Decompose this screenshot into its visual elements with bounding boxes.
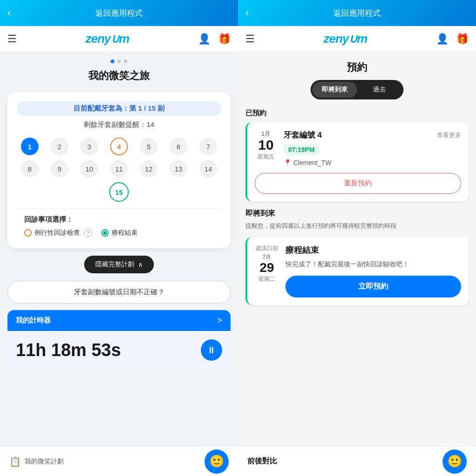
aligner-3[interactable]: 3 bbox=[80, 138, 98, 155]
my-plan-nav-item[interactable]: 📋 我的微笑計劃 bbox=[9, 456, 64, 467]
aligner-7[interactable]: 7 bbox=[199, 138, 217, 155]
dot-3 bbox=[124, 60, 127, 63]
hide-plan-label: 隱藏完整計劃 bbox=[95, 260, 134, 269]
gift-icon[interactable]: 🎁 bbox=[218, 33, 231, 45]
aligner-grid-row1: 1 2 3 4 5 6 7 bbox=[17, 138, 221, 155]
right-gift-icon[interactable]: 🎁 bbox=[456, 33, 469, 45]
radio-routine[interactable]: 例行性回診檢查 ? bbox=[24, 229, 92, 237]
appt-day: 10 bbox=[255, 138, 277, 152]
radio-routine-circle bbox=[24, 229, 32, 237]
upcoming-day: 29 bbox=[255, 261, 279, 274]
radio-end-inner bbox=[103, 231, 107, 235]
book-button[interactable]: 立即預約 bbox=[285, 276, 461, 298]
aligner-12[interactable]: 12 bbox=[140, 160, 158, 178]
radio-end-circle bbox=[101, 229, 109, 237]
right-top-bar-title: 返回應用程式 bbox=[333, 8, 381, 19]
smiley-fab-right[interactable]: 🙂 bbox=[443, 450, 467, 474]
right-hamburger-icon[interactable]: ☰ bbox=[245, 33, 255, 45]
toggle-upcoming[interactable]: 即將到來 bbox=[312, 82, 357, 98]
profile-icon[interactable]: 👤 bbox=[198, 33, 211, 45]
upcoming-card: 建議日期 7月 29 星期二 療程結束 快完成了！配戴完最後一副快回診驗收吧！ … bbox=[245, 237, 469, 305]
appt-location: 📍 Clement_TW bbox=[284, 159, 461, 166]
reschedule-button[interactable]: 重新預約 bbox=[255, 173, 461, 194]
compare-nav-item[interactable]: 前後對比 bbox=[247, 456, 277, 466]
visit-label: 回診事項選擇： bbox=[24, 215, 214, 224]
aligner-grid-row2: 8 9 10 11 12 13 14 bbox=[17, 160, 221, 178]
compare-text: 前後對比 bbox=[247, 456, 277, 466]
appt-name: 牙套編號 4 bbox=[284, 130, 322, 140]
carousel-dots bbox=[0, 52, 238, 67]
pause-button[interactable]: ⏸ bbox=[201, 339, 222, 361]
left-top-bar: ‹ 返回應用程式 bbox=[0, 0, 238, 26]
aligner-11[interactable]: 11 bbox=[110, 160, 128, 178]
timer-body: 11h 18m 53s ⏸ bbox=[7, 331, 231, 369]
appt-more-link[interactable]: 查看更多 bbox=[437, 131, 461, 139]
timer-time: 11h 18m 53s bbox=[16, 340, 121, 360]
right-nav-icons: 👤 🎁 bbox=[436, 33, 469, 45]
doc-icon: 📋 bbox=[9, 456, 21, 467]
right-nav-bar: ☰ zeny∪m 👤 🎁 bbox=[238, 26, 476, 52]
timer-header[interactable]: 我的計時器 > bbox=[7, 310, 231, 331]
incorrect-button[interactable]: 牙套副數編號或日期不正確？ bbox=[7, 281, 231, 304]
left-scroll: 我的微笑之旅 目前配戴牙套為：第 1 / 15 副 剩餘牙套副數提醒：14 1 … bbox=[0, 52, 238, 446]
journey-title: 我的微笑之旅 bbox=[0, 67, 238, 92]
location-icon: 📍 bbox=[284, 159, 291, 166]
left-panel: ‹ 返回應用程式 ☰ zeny∪m 👤 🎁 我的微笑之旅 目前配戴牙套為：第 1… bbox=[0, 0, 238, 476]
appt-card-header: 1月 10 星期五 牙套編號 4 查看更多 07:19PM 📍 Clement_… bbox=[255, 130, 461, 166]
left-nav-icons: 👤 🎁 bbox=[198, 33, 231, 45]
help-icon[interactable]: ? bbox=[84, 229, 92, 237]
timer-header-text: 我的計時器 bbox=[16, 316, 51, 325]
my-plan-label: 我的微笑計劃 bbox=[25, 457, 64, 466]
appt-time-badge: 07:19PM bbox=[284, 144, 319, 155]
aligner-15[interactable]: 15 bbox=[109, 182, 129, 202]
smiley-fab-left[interactable]: 🙂 bbox=[205, 450, 229, 474]
divider-1 bbox=[17, 208, 221, 209]
aligner-4[interactable]: 4 bbox=[110, 138, 128, 155]
remaining-text: 剩餘牙套副數提醒：14 bbox=[17, 120, 221, 129]
appt-info-header: 牙套編號 4 查看更多 bbox=[284, 130, 461, 140]
radio-routine-label: 例行性回診檢查 bbox=[34, 229, 80, 237]
left-back-button[interactable]: ‹ bbox=[7, 7, 11, 19]
appt-date-col: 1月 10 星期五 bbox=[255, 130, 277, 161]
aligner-10[interactable]: 10 bbox=[80, 160, 98, 178]
hamburger-icon[interactable]: ☰ bbox=[7, 33, 17, 45]
radio-end-label: 療程結束 bbox=[112, 229, 138, 237]
upcoming-desc: 快完成了！配戴完最後一副快回診驗收吧！ bbox=[285, 259, 461, 269]
right-back-button[interactable]: ‹ bbox=[245, 7, 249, 19]
right-bottom-bar: 前後對比 🙂 bbox=[238, 446, 476, 476]
hide-plan-button[interactable]: 隱藏完整計劃 ∧ bbox=[84, 256, 154, 273]
radio-group: 例行性回診檢查 ? 療程結束 bbox=[24, 229, 214, 237]
smiley-icon-right: 🙂 bbox=[447, 454, 462, 469]
upcoming-title: 療程結束 bbox=[285, 245, 461, 256]
upcoming-date-col: 建議日期 7月 29 星期二 bbox=[255, 245, 279, 283]
aligner-2[interactable]: 2 bbox=[51, 138, 68, 155]
aligner-14[interactable]: 14 bbox=[199, 160, 217, 178]
right-profile-icon[interactable]: 👤 bbox=[436, 33, 449, 45]
aligner-13[interactable]: 13 bbox=[170, 160, 187, 178]
upcoming-month: 7月 bbox=[255, 253, 279, 261]
aligner-8[interactable]: 8 bbox=[21, 160, 39, 178]
aligner-badge: 目前配戴牙套為：第 1 / 15 副 bbox=[17, 101, 221, 116]
smiley-icon-left: 🙂 bbox=[209, 454, 224, 469]
aligner-9[interactable]: 9 bbox=[51, 160, 68, 178]
right-top-bar: ‹ 返回應用程式 bbox=[238, 0, 476, 26]
appointment-card: 1月 10 星期五 牙套編號 4 查看更多 07:19PM 📍 Clement_… bbox=[245, 122, 469, 201]
upcoming-info: 療程結束 快完成了！配戴完最後一副快回診驗收吧！ 立即預約 bbox=[285, 245, 461, 298]
radio-end[interactable]: 療程結束 bbox=[101, 229, 138, 237]
dot-2 bbox=[117, 60, 121, 63]
aligner-5[interactable]: 5 bbox=[140, 138, 158, 155]
appt-title: 預約 bbox=[238, 52, 476, 80]
upcoming-label: 即將到來 bbox=[238, 209, 476, 221]
right-logo: zeny∪m bbox=[324, 32, 367, 46]
left-nav-bar: ☰ zeny∪m 👤 🎁 bbox=[0, 26, 238, 52]
appt-info: 牙套編號 4 查看更多 07:19PM 📍 Clement_TW bbox=[284, 130, 461, 166]
upcoming-hint: 提醒您，提前四週以上進行預約將可獲得較完整預約時段 bbox=[238, 221, 476, 237]
upcoming-weekday: 星期二 bbox=[255, 275, 279, 283]
left-logo: zeny∪m bbox=[86, 32, 129, 46]
upcoming-inner: 建議日期 7月 29 星期二 療程結束 快完成了！配戴完最後一副快回診驗收吧！ … bbox=[255, 245, 461, 298]
right-scroll: 預約 即將到來 過去 已預約 1月 10 星期五 牙套編號 4 查看更多 bbox=[238, 52, 476, 446]
toggle-past[interactable]: 過去 bbox=[357, 82, 402, 98]
aligner-1[interactable]: 1 bbox=[21, 138, 39, 155]
timer-arrow-icon: > bbox=[217, 316, 222, 325]
aligner-6[interactable]: 6 bbox=[170, 138, 187, 155]
